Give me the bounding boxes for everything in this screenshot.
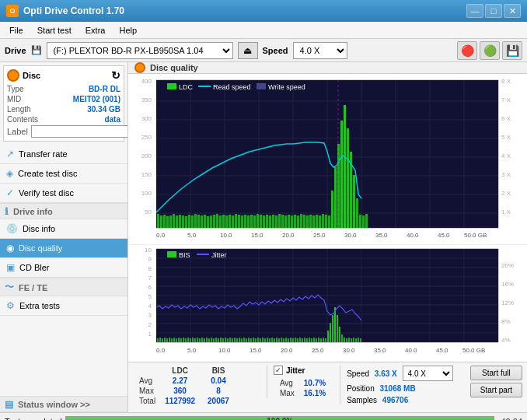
minimize-button[interactable]: — <box>466 4 483 18</box>
svg-rect-190 <box>264 338 266 342</box>
svg-rect-180 <box>241 338 243 342</box>
svg-rect-209 <box>309 338 310 342</box>
svg-rect-157 <box>187 338 189 342</box>
sidebar-item-transfer-rate[interactable]: ↗ Transfer rate <box>0 145 127 164</box>
svg-rect-202 <box>292 338 294 342</box>
close-button[interactable]: ✕ <box>504 4 521 18</box>
svg-rect-219 <box>332 315 333 342</box>
svg-rect-59 <box>278 214 281 228</box>
menu-start-test[interactable]: Start test <box>31 24 78 37</box>
sidebar-item-verify-test-disc[interactable]: ✓ Verify test disc <box>0 184 127 203</box>
svg-rect-41 <box>222 215 225 228</box>
svg-rect-161 <box>197 338 198 342</box>
svg-rect-163 <box>201 338 203 342</box>
svg-text:0.0: 0.0 <box>156 232 166 239</box>
create-test-disc-icon: ◈ <box>6 168 13 179</box>
speed-select[interactable]: 4.0 X <box>293 42 347 59</box>
menu-extra[interactable]: Extra <box>79 24 112 37</box>
verify-test-disc-icon: ✓ <box>6 187 14 198</box>
svg-rect-66 <box>300 214 302 228</box>
drive-icon: 💾 <box>31 45 42 55</box>
type-value: BD-R DL <box>89 85 120 93</box>
svg-rect-73 <box>322 214 324 228</box>
col-ldc: LDC <box>159 366 201 376</box>
jitter-checkbox[interactable] <box>274 366 283 375</box>
svg-rect-55 <box>266 215 268 228</box>
svg-rect-37 <box>210 215 212 228</box>
svg-rect-166 <box>208 338 210 342</box>
svg-text:20.0: 20.0 <box>282 232 295 239</box>
sidebar-item-disc-quality[interactable]: ◉ Disc quality <box>0 239 127 258</box>
menu-help[interactable]: Help <box>113 24 143 37</box>
jitter-header-row: Jitter <box>274 366 332 375</box>
contents-label: Contents <box>7 115 38 124</box>
svg-rect-204 <box>297 338 298 342</box>
svg-rect-215 <box>323 338 324 342</box>
sidebar-item-extra-tests[interactable]: ⚙ Extra tests <box>0 296 127 316</box>
disc-refresh-icon[interactable]: ↻ <box>111 69 120 82</box>
title-bar: O Opti Drive Control 1.70 — □ ✕ <box>0 0 527 22</box>
svg-rect-178 <box>236 338 238 342</box>
bottom-chart-svg: BIS Jitter 10 9 8 7 6 5 4 3 2 1 20% <box>128 245 527 362</box>
menu-file[interactable]: File <box>3 24 30 37</box>
nav-verify-test-disc: Verify test disc <box>19 188 74 198</box>
row-total-label: Total <box>133 396 159 406</box>
svg-rect-68 <box>306 215 309 228</box>
eject-button[interactable]: ⏏ <box>238 42 258 59</box>
svg-text:50.0 GB: 50.0 GB <box>464 232 487 239</box>
status-window-button[interactable]: ▤ Status window >> <box>5 399 123 410</box>
svg-rect-71 <box>316 215 318 228</box>
svg-rect-80 <box>344 105 346 228</box>
disc-quality-icon: ◉ <box>6 243 14 254</box>
svg-rect-65 <box>297 215 299 228</box>
bottom-chart: BIS Jitter 10 9 8 7 6 5 4 3 2 1 20% <box>128 245 527 362</box>
svg-rect-210 <box>311 338 312 342</box>
svg-rect-25 <box>173 214 175 228</box>
sidebar-item-fe-te[interactable]: 〜 FE / TE <box>5 281 123 294</box>
status-window-section: ▤ Status window >> <box>0 396 127 412</box>
jitter-max-val: 16.1% <box>298 388 332 398</box>
svg-rect-153 <box>178 338 180 342</box>
nav-disc-info: Disc info <box>23 224 55 233</box>
svg-rect-54 <box>263 215 265 228</box>
svg-text:8 X: 8 X <box>501 78 511 85</box>
toolbar-icon-3[interactable]: 💾 <box>502 41 522 60</box>
svg-rect-79 <box>340 121 343 228</box>
svg-rect-213 <box>318 338 319 342</box>
svg-rect-46 <box>238 215 240 228</box>
svg-rect-49 <box>247 215 250 228</box>
svg-rect-50 <box>250 215 253 228</box>
fe-te-section: 〜 FE / TE <box>0 278 127 296</box>
svg-rect-26 <box>176 215 178 228</box>
drive-select[interactable]: (F:) PLEXTOR BD-R PX-LB950SA 1.04 <box>47 42 233 59</box>
svg-rect-84 <box>356 198 358 228</box>
svg-rect-182 <box>246 338 247 342</box>
svg-text:8%: 8% <box>501 318 511 325</box>
sidebar-item-cd-bler[interactable]: ▣ CD Bler <box>0 258 127 278</box>
svg-rect-147 <box>164 338 166 342</box>
svg-text:9: 9 <box>148 256 152 263</box>
fe-te-icon: 〜 <box>5 281 14 294</box>
svg-rect-35 <box>204 215 206 228</box>
sidebar-item-disc-info[interactable]: 💿 Disc info <box>0 219 127 239</box>
start-part-button[interactable]: Start part <box>470 383 522 397</box>
svg-text:10.0: 10.0 <box>220 232 232 239</box>
maximize-button[interactable]: □ <box>485 4 502 18</box>
toolbar-icon-2[interactable]: 🟢 <box>480 41 500 60</box>
svg-rect-20 <box>157 214 159 228</box>
start-full-button[interactable]: Start full <box>470 366 522 380</box>
toolbar-icon-1[interactable]: 🔴 <box>457 41 477 60</box>
svg-rect-197 <box>281 338 282 342</box>
svg-rect-89 <box>167 83 176 89</box>
svg-rect-150 <box>171 338 173 342</box>
sidebar-item-drive-info[interactable]: ℹ Drive info <box>5 206 123 217</box>
speed-info-select[interactable]: 4.0 X <box>403 366 453 381</box>
sidebar-item-create-test-disc[interactable]: ◈ Create test disc <box>0 164 127 184</box>
svg-rect-69 <box>309 215 312 228</box>
label-input[interactable] <box>31 125 128 138</box>
svg-text:350: 350 <box>141 96 152 103</box>
svg-rect-214 <box>320 338 322 342</box>
svg-rect-216 <box>325 338 326 342</box>
right-buttons: Start full Start part <box>470 366 522 397</box>
svg-text:20%: 20% <box>501 262 514 269</box>
